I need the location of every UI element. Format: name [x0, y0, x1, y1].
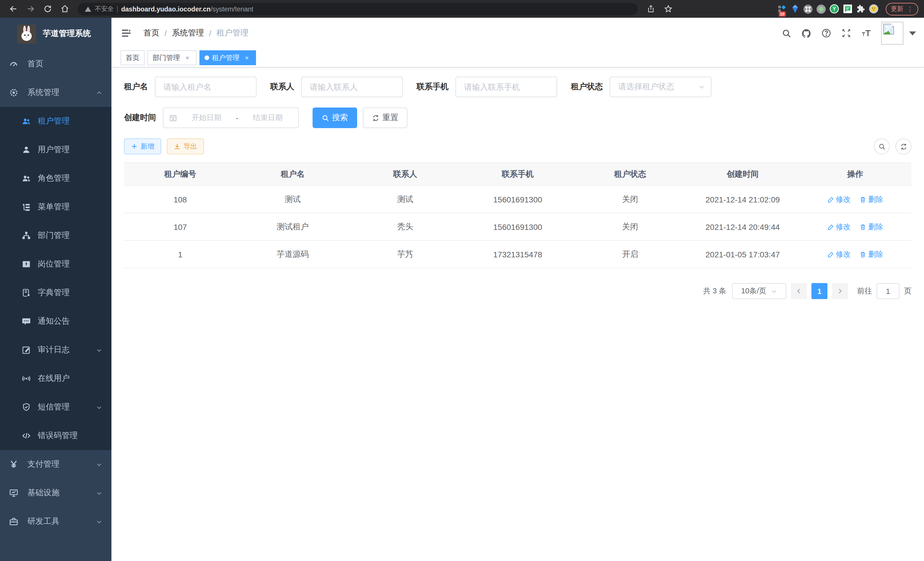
sidebar-item-tenant[interactable]: 租户管理	[0, 107, 111, 135]
trash-icon	[860, 223, 867, 230]
edit-button[interactable]: 修改	[827, 222, 850, 232]
export-button-label: 导出	[183, 141, 197, 151]
browser-back-icon[interactable]	[6, 2, 21, 16]
col-create-time: 创建时间	[686, 163, 799, 186]
refresh-icon	[372, 114, 380, 122]
download-icon	[174, 143, 181, 150]
next-page-button[interactable]	[832, 283, 848, 299]
cell-status: 关闭	[574, 213, 687, 241]
page-size-select[interactable]: 10条/页	[732, 283, 786, 299]
extension-y-icon[interactable]: Y	[830, 4, 839, 14]
cell-create-time: 2021-01-05 17:03:47	[686, 241, 799, 268]
table-row: 107 测试租户 秃头 15601691300 关闭 2021-12-14 20…	[124, 213, 911, 241]
browser-update-button[interactable]: 更新 ⋮	[886, 3, 918, 15]
sidebar-item-system[interactable]: 系统管理	[0, 78, 111, 107]
extension-green-dot-icon[interactable]	[817, 4, 826, 14]
chevron-down-icon	[96, 461, 102, 468]
close-icon[interactable]: ×	[183, 54, 191, 62]
sidebar-item-errcode[interactable]: 错误码管理	[0, 421, 111, 450]
sidebar-item-online[interactable]: 在线用户	[0, 364, 111, 393]
goto-page-input[interactable]	[877, 283, 899, 299]
sidebar-item-role[interactable]: 角色管理	[0, 164, 111, 193]
tenant-name-input[interactable]	[155, 77, 256, 97]
tag-home[interactable]: 首页	[121, 50, 145, 65]
extension-command-icon[interactable]	[803, 4, 813, 14]
export-button[interactable]: 导出	[167, 138, 204, 154]
tag-dept[interactable]: 部门管理 ×	[147, 50, 196, 65]
edit-button[interactable]: 修改	[827, 194, 850, 205]
sidebar-item-post[interactable]: 岗位管理	[0, 250, 111, 278]
sidebar-item-user[interactable]: 用户管理	[0, 135, 111, 164]
dashboard-icon	[9, 59, 18, 69]
sidebar-item-label: 短信管理	[38, 402, 70, 412]
sidebar-item-devtools[interactable]: 研发工具	[0, 507, 111, 536]
toggle-search-button[interactable]	[874, 138, 890, 154]
edit-button[interactable]: 修改	[827, 249, 850, 259]
fullscreen-icon[interactable]	[841, 28, 851, 38]
bookmark-star-icon[interactable]	[661, 2, 675, 16]
font-size-icon[interactable]	[861, 28, 872, 38]
cell-tenant-name: 测试租户	[237, 213, 349, 241]
reset-button[interactable]: 重置	[363, 108, 407, 128]
sidebar-item-home[interactable]: 首页	[0, 50, 111, 78]
logo-row[interactable]: 芋道管理系统	[0, 18, 111, 50]
start-date-placeholder: 开始日期	[182, 113, 231, 123]
tag-tenant[interactable]: 租户管理 ×	[200, 50, 256, 65]
share-icon[interactable]	[644, 2, 658, 16]
logo-rabbit-image	[17, 24, 36, 43]
url-text[interactable]: dashboard.yudao.iocoder.cn/system/tenant	[121, 5, 254, 12]
status-select[interactable]: 请选择租户状态	[610, 77, 711, 97]
extensions-puzzle-icon[interactable]	[856, 4, 865, 14]
sidebar-item-notice[interactable]: 通知公告	[0, 307, 111, 336]
extension-grid-diamond-icon[interactable]: 10	[777, 4, 786, 14]
help-icon[interactable]	[821, 28, 831, 38]
browser-forward-icon[interactable]	[23, 2, 38, 16]
sidebar-item-audit[interactable]: 审计日志	[0, 336, 111, 364]
breadcrumb-system[interactable]: 系统管理	[172, 28, 204, 38]
refresh-table-button[interactable]	[896, 138, 911, 154]
delete-button[interactable]: 删除	[860, 249, 883, 259]
extension-blue-gem-icon[interactable]	[790, 4, 800, 14]
profile-avatar-icon[interactable]	[869, 4, 878, 14]
cell-actions: 修改 删除	[799, 241, 911, 268]
cell-contact: 芋艿	[349, 241, 461, 268]
close-icon[interactable]: ×	[243, 54, 251, 62]
url-host: dashboard.yudao.iocoder.cn	[121, 5, 211, 12]
sidebar-item-dict[interactable]: 字典管理	[0, 278, 111, 307]
browser-menu-icon[interactable]: ⋮	[907, 8, 913, 10]
prev-page-button[interactable]	[791, 283, 807, 299]
github-icon[interactable]	[801, 28, 812, 38]
date-range-input[interactable]: 开始日期 - 结束日期	[163, 108, 299, 128]
security-warning-label[interactable]: 不安全	[95, 5, 114, 13]
breadcrumb-separator: /	[209, 29, 212, 38]
avatar[interactable]	[881, 22, 903, 45]
edit-label: 修改	[836, 222, 850, 232]
breadcrumb-home[interactable]: 首页	[143, 28, 159, 38]
browser-home-icon[interactable]	[57, 2, 72, 16]
add-button[interactable]: 新增	[124, 138, 161, 154]
breadcrumb: 首页 / 系统管理 / 租户管理	[143, 28, 249, 38]
extension-chat-icon[interactable]	[843, 4, 852, 14]
sidebar-item-dept[interactable]: 部门管理	[0, 221, 111, 250]
address-bar[interactable]: 不安全 dashboard.yudao.iocoder.cn/system/te…	[78, 3, 638, 15]
col-contact: 联系人	[349, 163, 461, 186]
delete-button[interactable]: 删除	[860, 222, 883, 232]
header-search-icon[interactable]	[781, 28, 791, 38]
phone-input[interactable]	[455, 77, 557, 97]
system-submenu: 租户管理 用户管理 角色管理 菜单管理 部门管理	[0, 107, 111, 450]
sidebar-item-menu[interactable]: 菜单管理	[0, 193, 111, 221]
contact-input[interactable]	[301, 77, 403, 97]
page-number-1[interactable]: 1	[812, 283, 827, 299]
sidebar-item-infra[interactable]: 基础设施	[0, 479, 111, 507]
cell-status: 关闭	[574, 186, 687, 213]
sidebar-item-payment[interactable]: 支付管理	[0, 450, 111, 479]
delete-button[interactable]: 删除	[860, 194, 883, 205]
user-avatar-menu[interactable]	[881, 22, 916, 45]
sidebar-collapse-icon[interactable]	[115, 18, 138, 49]
search-button[interactable]: 搜索	[313, 108, 357, 128]
extension-area: 10 Y 更新 ⋮	[777, 3, 918, 15]
broken-image-icon	[883, 23, 894, 35]
cell-create-time: 2021-12-14 20:49:44	[686, 213, 799, 241]
sidebar-item-sms[interactable]: 短信管理	[0, 393, 111, 421]
browser-reload-icon[interactable]	[40, 2, 55, 16]
